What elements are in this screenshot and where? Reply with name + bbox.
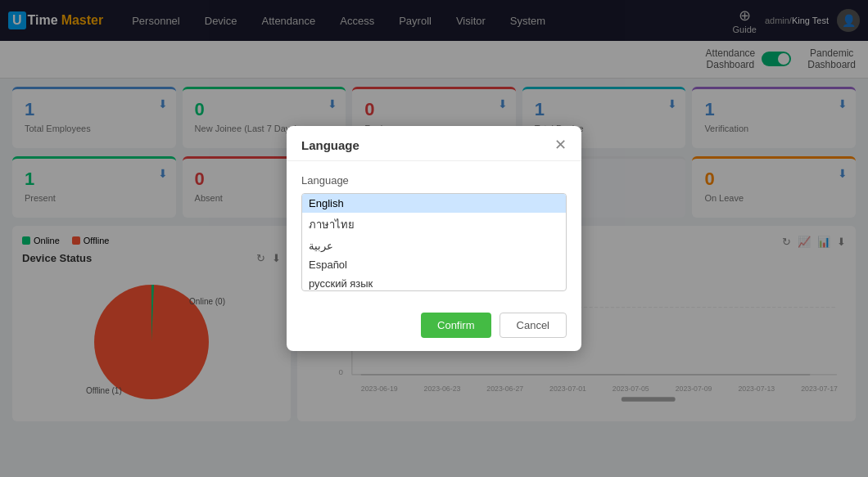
modal-title: Language (301, 138, 359, 152)
lang-option-thai[interactable]: ภาษาไทย (302, 213, 566, 236)
language-listbox[interactable]: English ภาษาไทย عربية Español русский яз… (301, 193, 567, 291)
lang-option-arabic[interactable]: عربية (302, 236, 566, 255)
modal-overlay[interactable]: Language ✕ Language English ภาษาไทย عربي… (0, 0, 868, 477)
language-modal: Language ✕ Language English ภาษาไทย عربي… (287, 126, 581, 351)
modal-close-button[interactable]: ✕ (554, 137, 567, 152)
lang-option-russian[interactable]: русский язык (302, 274, 566, 291)
modal-body: Language English ภาษาไทย عربية Español р… (287, 161, 581, 304)
modal-footer: Confirm Cancel (287, 304, 581, 351)
lang-option-english[interactable]: English (302, 194, 566, 213)
modal-header: Language ✕ (287, 126, 581, 161)
language-field-label: Language (301, 174, 567, 187)
lang-option-spanish[interactable]: Español (302, 255, 566, 274)
cancel-button[interactable]: Cancel (500, 313, 567, 338)
confirm-button[interactable]: Confirm (421, 313, 491, 338)
